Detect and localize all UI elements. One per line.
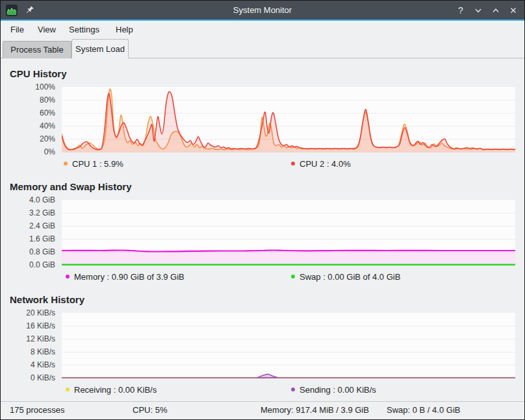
y-axis-label: 12 KiB/s [1,334,55,344]
status-memory: Memory: 917.4 MiB / 3.9 GiB [261,402,369,419]
tab-system-load[interactable]: System Load [71,39,129,58]
section-title-memory: Memory and Swap History [10,181,132,192]
legend-item-swap: Swap : 0.00 GiB of 4.0 GiB [291,271,400,282]
legend-label-cpu2: CPU 2 : 4.0% [300,159,351,169]
memory-swap-chart [62,200,515,266]
tab-process-table[interactable]: Process Table [3,41,71,58]
y-axis-label: 4 KiB/s [1,360,55,370]
network-history-section: Network History 20 KiB/s16 KiB/s12 KiB/s… [1,294,524,398]
tab-bar: Process Table System Load [1,39,524,58]
window-title: System Monitor [1,5,524,15]
cpu-y-axis: 100%80%60%40%20%0% [1,87,57,153]
legend-dot-cpu1 [64,162,68,166]
y-axis-label: 0.0 GiB [1,260,55,270]
y-axis-label: 2.4 GiB [1,221,55,231]
legend-label-memory: Memory : 0.90 GiB of 3.9 GiB [74,272,185,282]
x-icon [511,8,516,12]
y-axis-label: 80% [1,95,55,105]
legend-label-swap: Swap : 0.00 GiB of 4.0 GiB [300,272,400,282]
y-axis-label: 60% [1,108,55,118]
status-cpu: CPU: 5% [133,402,167,419]
network-legend: Receiving : 0.00 KiB/s Sending : 0.00 Ki… [1,384,524,395]
legend-dot-swap [291,275,295,278]
system-monitor-window: System Monitor ? File View Settings Help… [0,0,525,420]
y-axis-label: 0% [1,147,55,157]
status-swap: Swap: 0 B / 4.0 GiB [387,402,460,419]
close-button[interactable] [507,5,519,16]
y-axis-label: 16 KiB/s [1,321,55,331]
menu-settings[interactable]: Settings [66,21,102,39]
memory-legend: Memory : 0.90 GiB of 3.9 GiB Swap : 0.00… [1,271,524,282]
section-title-cpu: CPU History [10,68,67,79]
y-axis-label: 4.0 GiB [1,195,55,205]
help-button[interactable]: ? [455,5,467,16]
legend-dot-receiving [66,388,70,391]
legend-item-memory: Memory : 0.90 GiB of 3.9 GiB [66,271,185,282]
status-bar: 175 processes CPU: 5% Memory: 917.4 MiB … [1,401,524,419]
status-processes: 175 processes [10,402,65,419]
cpu-legend: CPU 1 : 5.9% CPU 2 : 4.0% [1,158,524,169]
cpu-history-section: CPU History 100%80%60%40%20%0% CPU 1 : 5… [1,68,524,172]
network-history-chart [62,313,515,378]
legend-item-cpu2: CPU 2 : 4.0% [291,158,351,169]
legend-item-cpu1: CPU 1 : 5.9% [64,158,123,169]
pushpin-icon[interactable] [24,5,34,16]
cpu-history-chart [62,87,515,153]
titlebar[interactable]: System Monitor ? [1,1,524,19]
menubar: File View Settings Help [1,21,524,39]
chevron-up-icon [493,9,498,12]
y-axis-label: 8 KiB/s [1,347,55,357]
legend-label-sending: Sending : 0.00 KiB/s [300,385,376,395]
legend-dot-sending [291,388,295,391]
memory-y-axis: 4.0 GiB3.2 GiB2.4 GiB1.6 GiB0.8 GiB0.0 G… [1,200,57,266]
chevron-down-icon [476,9,481,12]
legend-label-cpu1: CPU 1 : 5.9% [72,159,123,169]
section-title-network: Network History [10,294,84,305]
memory-swap-section: Memory and Swap History 4.0 GiB3.2 GiB2.… [1,181,524,285]
y-axis-label: 1.6 GiB [1,234,55,244]
y-axis-label: 3.2 GiB [1,208,55,218]
minimize-button[interactable] [472,5,484,16]
legend-label-receiving: Receiving : 0.00 KiB/s [74,385,157,395]
legend-item-receiving: Receiving : 0.00 KiB/s [66,384,157,395]
app-icon [6,5,18,16]
y-axis-label: 40% [1,121,55,131]
legend-item-sending: Sending : 0.00 KiB/s [291,384,376,395]
y-axis-label: 20 KiB/s [1,308,55,318]
y-axis-label: 0 KiB/s [1,373,55,383]
maximize-button[interactable] [490,5,502,16]
menu-file[interactable]: File [8,21,27,39]
network-y-axis: 20 KiB/s16 KiB/s12 KiB/s8 KiB/s4 KiB/s0 … [1,313,57,378]
y-axis-label: 20% [1,134,55,144]
legend-dot-memory [66,275,70,278]
y-axis-label: 100% [1,82,55,92]
menu-help[interactable]: Help [113,21,136,39]
menu-view[interactable]: View [35,21,58,39]
legend-dot-cpu2 [291,162,295,166]
y-axis-label: 0.8 GiB [1,247,55,257]
